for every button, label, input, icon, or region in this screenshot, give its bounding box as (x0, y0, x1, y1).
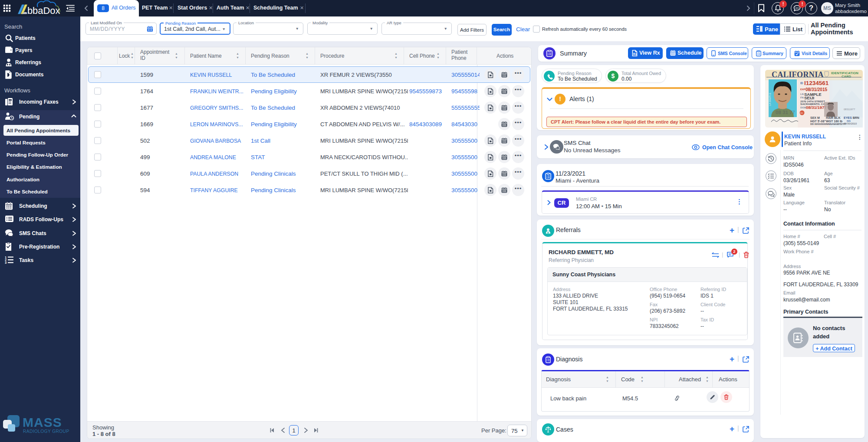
svg-text:08/31/2015: 08/31/2015 (806, 87, 827, 92)
svg-text:SMS: SMS (795, 7, 799, 9)
svg-text:Rx: Rx (633, 52, 637, 56)
svg-text:LN: LN (800, 93, 804, 95)
svg-text:MASS: MASS (23, 415, 62, 429)
svg-text:EXP: EXP (800, 88, 806, 91)
svg-text:DOB: DOB (800, 106, 806, 109)
svg-text:EYES BRN: EYES BRN (844, 116, 859, 119)
svg-text:HGT 5'-08": HGT 5'-08" (810, 120, 826, 123)
svg-text:HAIR BLK: HAIR BLK (826, 116, 840, 119)
svg-text:WGT 160 lb: WGT 160 lb (826, 120, 842, 123)
svg-text:ID: ID (800, 82, 803, 85)
svg-text:08/31/1977: 08/31/1977 (806, 105, 827, 110)
svg-text:3: 3 (5, 261, 7, 264)
svg-text:CARD: CARD (842, 75, 851, 79)
svg-text:bbaDox: bbaDox (27, 5, 60, 16)
svg-text:2010: 2010 (800, 112, 803, 114)
svg-text:I1234561: I1234561 (804, 80, 829, 86)
svg-text:⚖: ⚖ (547, 231, 549, 234)
svg-text:LA SAMPLE: LA SAMPLE (769, 92, 771, 106)
svg-text:RADIOLOGY GROUP: RADIOLOGY GROUP (23, 429, 69, 434)
svg-text:08 31 77: 08 31 77 (776, 110, 795, 115)
svg-text:DD 00/00/0000NNNANAMFD/YY: DD 00/00/0000NNNANAMFD/YY (810, 123, 846, 125)
svg-text:FN: FN (800, 96, 804, 99)
svg-text:08311977: 08311977 (844, 108, 855, 111)
svg-text:SEX M: SEX M (810, 116, 820, 119)
